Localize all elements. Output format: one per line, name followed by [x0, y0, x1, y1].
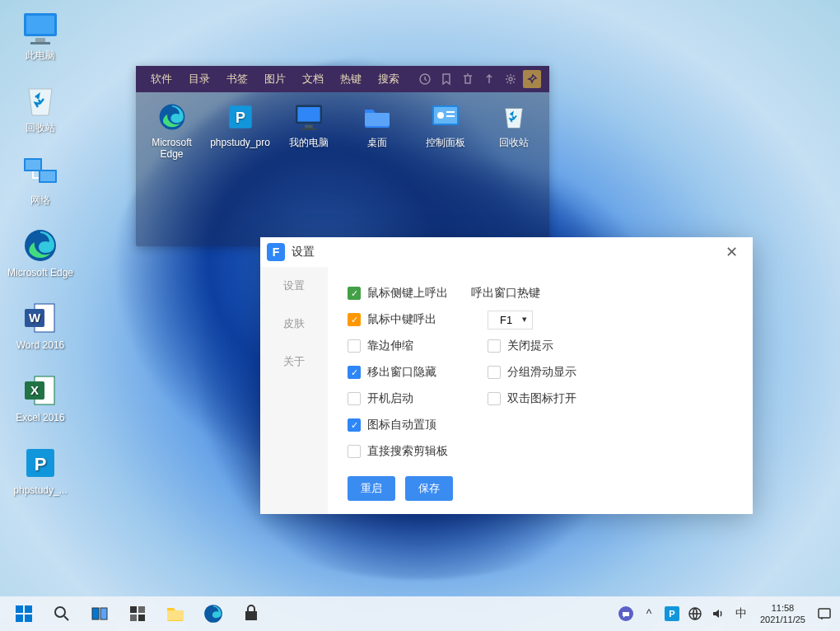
- hotkey-select[interactable]: F1: [488, 311, 533, 330]
- phpstudy-icon: P: [22, 445, 58, 481]
- desktop-icon-this-pc[interactable]: 此电脑: [3, 7, 77, 64]
- edge-taskbar-icon[interactable]: [196, 596, 231, 631]
- settings-nav: 设置 皮肤 关于: [260, 267, 328, 514]
- menu-software[interactable]: 软件: [144, 68, 179, 90]
- icon-label: 回收站: [26, 122, 55, 133]
- svg-rect-34: [16, 615, 23, 622]
- dialog-title: 设置: [292, 245, 315, 259]
- svg-rect-37: [92, 608, 99, 619]
- menu-search[interactable]: 搜索: [371, 68, 406, 90]
- checkbox-hide-on-leave[interactable]: ✓移出窗口隐藏: [348, 365, 455, 380]
- svg-rect-49: [819, 609, 830, 618]
- gear-icon[interactable]: [502, 70, 520, 88]
- menu-image[interactable]: 图片: [258, 68, 292, 90]
- desktop-icon-edge[interactable]: Microsoft Edge: [3, 224, 77, 282]
- svg-text:P: P: [236, 110, 245, 126]
- launch-item-phpstudy[interactable]: P phpstudy_pro: [208, 102, 273, 160]
- menu-document[interactable]: 文档: [296, 68, 330, 90]
- recycle-icon: [22, 82, 58, 119]
- start-button[interactable]: [7, 596, 41, 631]
- launch-item-edge[interactable]: Microsoft Edge: [139, 102, 204, 160]
- checkbox-startup[interactable]: 开机启动: [348, 391, 455, 406]
- taskbar-tray: ^ P 中 11:58 2021/11/25: [617, 602, 840, 625]
- svg-rect-43: [167, 610, 184, 620]
- icon-label: Microsoft Edge: [7, 267, 73, 278]
- svg-point-36: [55, 607, 65, 617]
- menu-directory[interactable]: 目录: [182, 68, 217, 90]
- search-icon[interactable]: [44, 596, 79, 631]
- pc-icon: [22, 10, 58, 46]
- edge-icon: [157, 102, 187, 132]
- taskbar-left-items: [7, 596, 268, 631]
- checkbox-search-clipboard[interactable]: 直接搜索剪辑板: [348, 444, 455, 459]
- checkbox-edge-expand[interactable]: 靠边伸缩: [348, 339, 455, 353]
- svg-rect-30: [446, 111, 455, 113]
- checkbox-mouse-side[interactable]: ✓鼠标侧键上呼出: [348, 286, 455, 301]
- chevron-up-icon[interactable]: ^: [640, 605, 658, 623]
- svg-text:P: P: [35, 454, 47, 474]
- launch-item-desktop[interactable]: 桌面: [344, 102, 409, 160]
- desktop-icon-word[interactable]: W Word 2016: [3, 297, 77, 354]
- svg-text:P: P: [669, 609, 674, 619]
- launch-item-recycle[interactable]: 回收站: [481, 102, 546, 160]
- close-icon[interactable]: ✕: [716, 237, 746, 267]
- checkbox-mouse-mid[interactable]: ✓鼠标中键呼出: [348, 312, 455, 327]
- launch-item-my-pc[interactable]: 我的电脑: [276, 102, 341, 160]
- checkbox-close-hint[interactable]: 关闭提示: [488, 339, 595, 353]
- desktop-icon-excel[interactable]: X Excel 2016: [3, 369, 77, 427]
- history-icon[interactable]: [416, 70, 434, 88]
- svg-rect-5: [26, 160, 40, 170]
- svg-point-29: [437, 112, 444, 119]
- desktop-icon-recycle-bin[interactable]: 回收站: [3, 79, 77, 137]
- svg-rect-3: [30, 42, 50, 44]
- bookmark-icon[interactable]: [437, 70, 455, 88]
- recycle-icon: [499, 102, 529, 132]
- launcher-menubar: 软件 目录 书签 图片 文档 热键 搜索: [136, 66, 549, 92]
- upload-icon[interactable]: [480, 70, 498, 88]
- svg-rect-40: [138, 606, 145, 613]
- trash-icon[interactable]: [459, 70, 477, 88]
- explorer-icon[interactable]: [158, 596, 193, 631]
- pin-icon[interactable]: [523, 70, 541, 88]
- taskview-icon[interactable]: [82, 596, 117, 631]
- svg-rect-33: [25, 605, 32, 613]
- checkbox-dblclick-open[interactable]: 双击图标打开: [488, 391, 595, 406]
- network-tray-icon[interactable]: [686, 605, 704, 623]
- svg-text:X: X: [30, 383, 39, 397]
- restart-button[interactable]: 重启: [348, 476, 395, 501]
- launcher-panel: 软件 目录 书签 图片 文档 热键 搜索 Microsoft Edge P ph…: [136, 66, 549, 246]
- phpstudy-tray-icon[interactable]: P: [663, 605, 681, 623]
- desktop-icon-network[interactable]: 网络: [3, 152, 77, 209]
- svg-rect-31: [446, 115, 455, 117]
- launch-item-control-panel[interactable]: 控制面板: [413, 102, 478, 160]
- widgets-icon[interactable]: [120, 596, 155, 631]
- checkbox-auto-top[interactable]: ✓图标自动置顶: [348, 418, 455, 432]
- menu-hotkey[interactable]: 热键: [334, 68, 368, 90]
- save-button[interactable]: 保存: [405, 476, 453, 501]
- svg-rect-38: [100, 608, 107, 619]
- desktop-icon-phpstudy[interactable]: P phpstudy_...: [3, 442, 77, 499]
- app-logo-icon: F: [267, 243, 285, 261]
- store-icon[interactable]: [234, 596, 268, 631]
- excel-icon: X: [22, 372, 58, 409]
- chat-icon[interactable]: [617, 605, 635, 623]
- checkbox-group-scroll[interactable]: 分组滑动显示: [488, 365, 595, 380]
- settings-dialog: F 设置 ✕ 设置 皮肤 关于 ✓鼠标侧键上呼出 呼出窗口热键 ✓鼠标中键呼出 …: [260, 237, 753, 511]
- desktop-icons-column: 此电脑 回收站 网络 Microsoft Edge W Word 2016 X …: [3, 7, 77, 514]
- nav-settings[interactable]: 设置: [260, 267, 328, 305]
- settings-titlebar: F 设置 ✕: [260, 237, 753, 267]
- control-panel-icon: [431, 102, 460, 132]
- volume-icon[interactable]: [709, 605, 727, 623]
- svg-rect-7: [40, 171, 55, 181]
- item-label: 桌面: [367, 137, 387, 148]
- nav-skin[interactable]: 皮肤: [260, 305, 328, 343]
- clock-date: 2021/11/25: [760, 614, 805, 625]
- nav-about[interactable]: 关于: [260, 343, 328, 381]
- edge-icon: [22, 227, 58, 264]
- ime-language[interactable]: 中: [732, 605, 750, 623]
- menu-bookmark[interactable]: 书签: [220, 68, 254, 90]
- taskbar-clock[interactable]: 11:58 2021/11/25: [755, 602, 810, 625]
- icon-label: 此电脑: [26, 49, 55, 61]
- item-label: 回收站: [499, 137, 529, 148]
- notification-icon[interactable]: [815, 605, 833, 623]
